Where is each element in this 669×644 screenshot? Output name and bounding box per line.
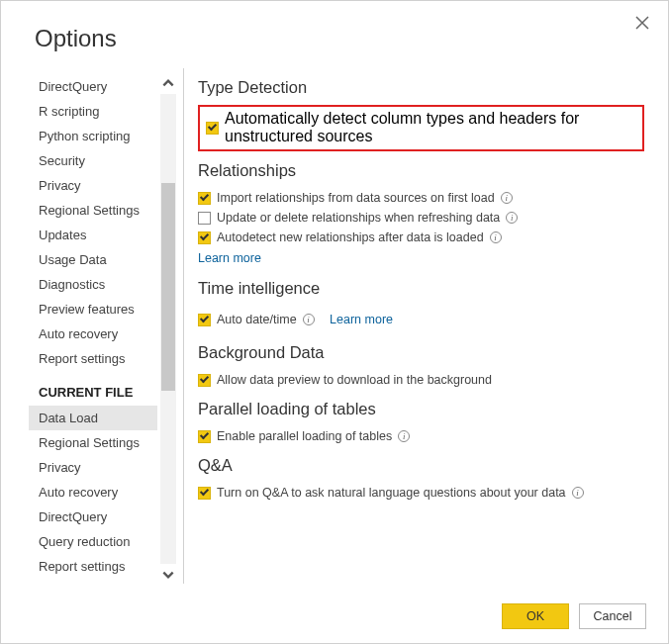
- scroll-down-icon[interactable]: [159, 566, 177, 584]
- sidebar-item-report-settings[interactable]: Report settings: [29, 346, 157, 371]
- sidebar-item-query-reduction[interactable]: Query reduction: [29, 529, 157, 554]
- sidebar-item-directquery[interactable]: DirectQuery: [29, 74, 157, 99]
- info-icon[interactable]: [501, 192, 513, 204]
- sidebar-item-cf-privacy[interactable]: Privacy: [29, 455, 157, 480]
- info-icon[interactable]: [572, 487, 584, 499]
- scroll-up-icon[interactable]: [159, 74, 177, 92]
- page-title: Options: [1, 1, 668, 62]
- checkbox-rel-update[interactable]: [198, 212, 211, 225]
- sidebar-item-privacy[interactable]: Privacy: [29, 173, 157, 198]
- sidebar-item-cf-directquery[interactable]: DirectQuery: [29, 505, 157, 529]
- checkbox-parallel[interactable]: [198, 430, 211, 443]
- checkbox-rel-import[interactable]: [198, 192, 211, 205]
- opt-rel-autodetect-label: Autodetect new relationships after data …: [217, 230, 484, 244]
- checkbox-type-detect[interactable]: [206, 122, 219, 135]
- info-icon[interactable]: [398, 430, 410, 442]
- section-parallel-loading: Parallel loading of tables: [198, 400, 648, 418]
- sidebar-item-data-load[interactable]: Data Load: [29, 406, 157, 430]
- sidebar-item-auto-recovery[interactable]: Auto recovery: [29, 322, 157, 346]
- sidebar-item-security[interactable]: Security: [29, 148, 157, 173]
- divider: [183, 68, 184, 584]
- close-icon[interactable]: [634, 15, 650, 34]
- link-time-intel-learn-more[interactable]: Learn more: [330, 309, 393, 330]
- opt-rel-import-label: Import relationships from data sources o…: [217, 191, 495, 205]
- ok-button[interactable]: OK: [502, 603, 569, 629]
- scroll-track[interactable]: [160, 94, 176, 564]
- sidebar-item-preview-features[interactable]: Preview features: [29, 297, 157, 322]
- content-panel: Type Detection Automatically detect colu…: [198, 68, 648, 584]
- opt-parallel-label: Enable parallel loading of tables: [217, 429, 392, 443]
- sidebar-item-updates[interactable]: Updates: [29, 223, 157, 247]
- scroll-thumb[interactable]: [161, 183, 175, 391]
- checkbox-rel-autodetect[interactable]: [198, 231, 211, 244]
- sidebar: DirectQuery R scripting Python scripting…: [29, 68, 157, 584]
- highlight-annotation: Automatically detect column types and he…: [198, 105, 644, 151]
- sidebar-item-cf-auto-recovery[interactable]: Auto recovery: [29, 480, 157, 505]
- sidebar-item-usage-data[interactable]: Usage Data: [29, 247, 157, 272]
- section-qna: Q&A: [198, 456, 648, 475]
- opt-qna-label: Turn on Q&A to ask natural language ques…: [217, 486, 566, 500]
- section-type-detection: Type Detection: [198, 78, 648, 97]
- sidebar-section-header: CURRENT FILE: [29, 371, 157, 406]
- section-background-data: Background Data: [198, 343, 648, 362]
- opt-rel-update-label: Update or delete relationships when refr…: [217, 211, 500, 225]
- sidebar-item-r-scripting[interactable]: R scripting: [29, 99, 157, 124]
- info-icon[interactable]: [506, 212, 518, 224]
- info-icon[interactable]: [490, 231, 502, 243]
- info-icon[interactable]: [303, 314, 315, 325]
- checkbox-qna[interactable]: [198, 487, 211, 500]
- opt-bg-data-label: Allow data preview to download in the ba…: [217, 373, 492, 387]
- checkbox-auto-date-time[interactable]: [198, 314, 211, 326]
- link-relationships-learn-more[interactable]: Learn more: [198, 247, 261, 269]
- sidebar-item-cf-regional-settings[interactable]: Regional Settings: [29, 430, 157, 455]
- section-time-intelligence: Time intelligence: [198, 279, 648, 298]
- sidebar-item-python-scripting[interactable]: Python scripting: [29, 124, 157, 148]
- sidebar-scrollbar[interactable]: [157, 68, 179, 584]
- opt-auto-date-time-label: Auto date/time: [217, 313, 297, 326]
- sidebar-item-regional-settings[interactable]: Regional Settings: [29, 198, 157, 223]
- section-relationships: Relationships: [198, 161, 648, 180]
- sidebar-item-diagnostics[interactable]: Diagnostics: [29, 272, 157, 297]
- dialog-footer: OK Cancel: [502, 603, 646, 629]
- checkbox-bg-data[interactable]: [198, 374, 211, 387]
- cancel-button[interactable]: Cancel: [579, 603, 646, 629]
- opt-type-detect-label: Automatically detect column types and he…: [225, 110, 636, 145]
- sidebar-item-cf-report-settings[interactable]: Report settings: [29, 554, 157, 579]
